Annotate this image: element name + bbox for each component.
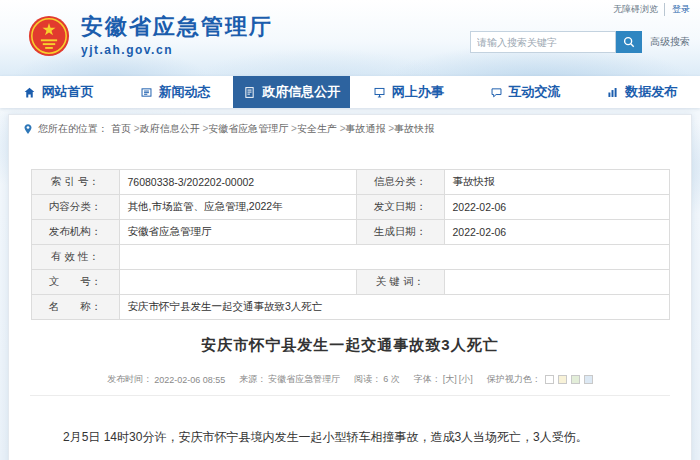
breadcrumb: 您所在的位置： 首页 政府信息公开 安徽省应急管理厅 安全生产 事故通报 事故快… <box>9 115 691 143</box>
nav-label: 数据发布 <box>625 83 677 101</box>
topbar: 无障碍浏览 登录 <box>613 3 690 16</box>
font-size-controls: 字体： [大] [小] <box>414 373 473 386</box>
search-input[interactable] <box>470 31 616 53</box>
info-value <box>444 270 669 295</box>
info-label: 发布机构： <box>31 220 119 245</box>
eye-color-swatch[interactable] <box>558 375 567 384</box>
news-icon <box>140 86 153 99</box>
nav-item-data[interactable]: 数据发布 <box>583 76 700 108</box>
document-info-table: 索 引 号： 76080338-3/202202-00002 信息分类： 事故快… <box>31 169 670 320</box>
eye-color-swatch[interactable] <box>571 375 580 384</box>
publish-time-value: 2022-02-06 08:55 <box>154 375 225 385</box>
info-value <box>119 245 669 270</box>
content-area: 您所在的位置： 首页 政府信息公开 安徽省应急管理厅 安全生产 事故通报 事故快… <box>0 108 700 460</box>
eye-protection-colors: 保护视力色： <box>487 373 593 386</box>
table-row: 名 称： 安庆市怀宁县发生一起交通事故致3人死亡 <box>31 295 669 320</box>
table-row: 发布机构： 安徽省应急管理厅 生成日期： 2022-02-06 <box>31 220 669 245</box>
monitor-icon <box>373 86 386 99</box>
document-icon <box>243 86 256 99</box>
info-label: 名 称： <box>31 295 119 320</box>
info-value: 事故快报 <box>444 170 669 195</box>
nav-label: 互动交流 <box>509 83 561 101</box>
source: 来源： 安徽省应急管理厅 <box>239 373 340 386</box>
site-brand[interactable]: 安徽省应急管理厅 yjt.ah.gov.cn <box>28 15 273 57</box>
table-row: 内容分类： 其他,市场监管、应急管理,2022年 发文日期： 2022-02-0… <box>31 195 669 220</box>
info-value: 安庆市怀宁县发生一起交通事故致3人死亡 <box>119 295 669 320</box>
nav-item-gov-info[interactable]: 政府信息公开 <box>233 76 350 108</box>
info-value <box>119 270 356 295</box>
location-pin-icon <box>22 123 34 135</box>
login-link[interactable]: 登录 <box>664 3 690 16</box>
search-icon <box>622 35 636 49</box>
info-value: 2022-02-06 <box>444 195 669 220</box>
table-row: 文 号： 关 键 词： <box>31 270 669 295</box>
breadcrumb-item-gov-info[interactable]: 政府信息公开 <box>140 122 209 136</box>
home-icon <box>23 86 36 99</box>
brand-text: 安徽省应急管理厅 yjt.ah.gov.cn <box>81 15 273 56</box>
search-bar: 高级搜索 <box>470 31 690 53</box>
info-label: 有 效 性： <box>31 245 119 270</box>
info-label: 内容分类： <box>31 195 119 220</box>
info-label: 文 号： <box>31 270 119 295</box>
chat-bubble-icon <box>490 86 503 99</box>
article-title: 安庆市怀宁县发生一起交通事故致3人死亡 <box>9 336 691 355</box>
publish-time: 发布时间： 2022-02-06 08:55 <box>107 373 225 386</box>
national-emblem-logo <box>28 15 70 57</box>
view-count: 阅读： 6 次 <box>354 373 400 386</box>
info-label: 生成日期： <box>356 220 444 245</box>
nav-item-interaction[interactable]: 互动交流 <box>467 76 584 108</box>
info-label: 发文日期： <box>356 195 444 220</box>
table-row: 索 引 号： 76080338-3/202202-00002 信息分类： 事故快… <box>31 170 669 195</box>
advanced-search-link[interactable]: 高级搜索 <box>650 35 690 49</box>
accessibility-link[interactable]: 无障碍浏览 <box>613 3 658 16</box>
info-label: 信息分类： <box>356 170 444 195</box>
info-value: 76080338-3/202202-00002 <box>119 170 356 195</box>
breadcrumb-item-safety[interactable]: 安全生产 <box>297 122 346 136</box>
page: 无障碍浏览 登录 安徽省应急管理厅 yjt.ah.gov.cn <box>0 0 700 460</box>
breadcrumb-item-accident-flash[interactable]: 事故快报 <box>394 122 434 136</box>
breadcrumb-item-home[interactable]: 首页 <box>111 122 140 136</box>
publish-time-label: 发布时间： <box>107 373 152 386</box>
info-label: 关 键 词： <box>356 270 444 295</box>
source-label: 来源： <box>239 373 266 386</box>
info-label: 索 引 号： <box>31 170 119 195</box>
nav-item-home[interactable]: 网站首页 <box>0 76 117 108</box>
site-title: 安徽省应急管理厅 <box>81 15 273 39</box>
content-panel: 您所在的位置： 首页 政府信息公开 安徽省应急管理厅 安全生产 事故通报 事故快… <box>8 114 692 460</box>
eye-color-swatch[interactable] <box>584 375 593 384</box>
font-size-label: 字体： <box>414 373 441 386</box>
info-value: 安徽省应急管理厅 <box>119 220 356 245</box>
source-value: 安徽省应急管理厅 <box>268 373 340 386</box>
nav-label: 政府信息公开 <box>262 83 340 101</box>
nav-item-news[interactable]: 新闻动态 <box>117 76 234 108</box>
site-url: yjt.ah.gov.cn <box>81 43 273 57</box>
nav-label: 网站首页 <box>42 83 94 101</box>
site-header: 无障碍浏览 登录 安徽省应急管理厅 yjt.ah.gov.cn <box>0 0 700 76</box>
info-value: 2022-02-06 <box>444 220 669 245</box>
font-large-button[interactable]: [大] <box>443 373 457 386</box>
main-nav: 网站首页 新闻动态 政府信息公开 <box>0 76 700 108</box>
nav-item-online-service[interactable]: 网上办事 <box>350 76 467 108</box>
views-value: 6 次 <box>383 373 400 386</box>
font-small-button[interactable]: [小] <box>459 373 473 386</box>
views-label: 阅读： <box>354 373 381 386</box>
info-value: 其他,市场监管、应急管理,2022年 <box>119 195 356 220</box>
eye-protection-label: 保护视力色： <box>487 373 541 386</box>
search-button[interactable] <box>616 31 642 53</box>
nav-label: 新闻动态 <box>159 83 211 101</box>
breadcrumb-item-department[interactable]: 安徽省应急管理厅 <box>208 122 297 136</box>
article-body: 2月5日 14时30分许，安庆市怀宁县境内发生一起小型轿车相撞事故，造成3人当场… <box>39 426 661 449</box>
table-row: 有 效 性： <box>31 245 669 270</box>
eye-color-swatch[interactable] <box>545 375 554 384</box>
breadcrumb-item-accident-report[interactable]: 事故通报 <box>346 122 395 136</box>
breadcrumb-prefix: 您所在的位置： <box>38 122 108 136</box>
nav-label: 网上办事 <box>392 83 444 101</box>
bar-chart-icon <box>606 86 619 99</box>
article-meta: 发布时间： 2022-02-06 08:55 来源： 安徽省应急管理厅 阅读： … <box>30 373 670 396</box>
